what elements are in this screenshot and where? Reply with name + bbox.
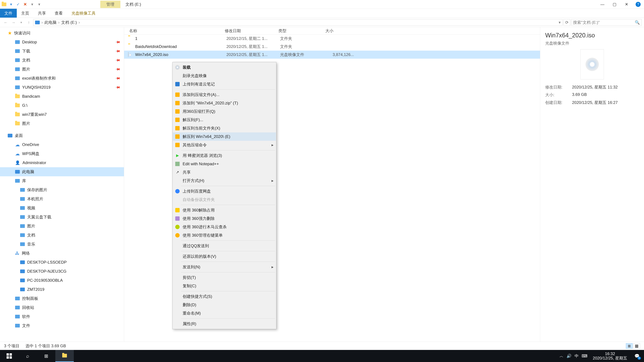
menu-item[interactable]: 复制(C) — [173, 282, 276, 290]
tree-item[interactable]: 👤Administrator — [0, 158, 124, 167]
tree-quick-access[interactable]: ★ 快速访问 — [0, 28, 124, 37]
up-button[interactable]: ↑ — [26, 19, 32, 26]
tree-item[interactable]: 回收站 — [0, 303, 124, 312]
breadcrumb-folder[interactable]: 文档 (E:) — [61, 20, 77, 25]
menu-item[interactable]: 上传到有道云笔记 — [173, 80, 276, 88]
tab-file[interactable]: 文件 — [0, 9, 17, 17]
tree-item[interactable]: PC-20190530OBLA — [0, 276, 124, 285]
tree-item[interactable]: 天翼云盘下载 — [0, 213, 124, 222]
file-row[interactable]: Win7x64_2020.iso 2020/12/25, 星期五 1... 光盘… — [124, 51, 540, 59]
close-doc-icon[interactable]: ✕ — [23, 2, 28, 7]
menu-item[interactable]: 使用 360进行木马云查杀 — [173, 223, 276, 231]
breadcrumb[interactable]: › 此电脑 › 文档 (E:) › ▾ — [33, 19, 562, 26]
col-size[interactable]: 大小 — [325, 28, 356, 33]
menu-item[interactable]: 还原以前的版本(V) — [173, 252, 276, 261]
search-icon[interactable]: 🔍 — [635, 20, 640, 25]
explorer-taskbar-button[interactable] — [55, 350, 74, 362]
tree-item[interactable]: 视频 — [0, 203, 124, 213]
tree-item[interactable]: 音乐 — [0, 240, 124, 249]
recent-dropdown[interactable]: ▾ — [18, 19, 24, 26]
checkmark-icon[interactable]: ✓ — [16, 2, 20, 7]
minimize-button[interactable]: — — [600, 1, 606, 7]
contextual-tab[interactable]: 管理 — [100, 1, 120, 8]
menu-item[interactable]: 发送到(N)▸ — [173, 263, 276, 271]
menu-item[interactable]: 使用 360管理右键菜单 — [173, 231, 276, 240]
search-input[interactable] — [573, 20, 635, 25]
col-date[interactable]: 修改日期 — [225, 28, 278, 33]
breadcrumb-root[interactable]: 此电脑 — [44, 20, 56, 25]
menu-item[interactable]: 上传到百度网盘 — [173, 187, 276, 195]
tree-item[interactable]: 图片 — [0, 222, 124, 231]
tree-item[interactable]: ☁WPS网盘 — [0, 149, 124, 158]
menu-item[interactable]: 剪切(T) — [173, 273, 276, 282]
tree-item[interactable]: G:\ — [0, 101, 124, 110]
back-button[interactable]: ← — [2, 19, 9, 26]
menu-item[interactable]: 使用 360解除占用 — [173, 206, 276, 214]
address-dropdown-icon[interactable]: ▾ — [559, 20, 561, 25]
menu-item[interactable]: ▶用 蜂蜜浏览器 浏览(3) — [173, 151, 276, 160]
tree-item[interactable]: win7重装win7 — [0, 110, 124, 119]
tree-item[interactable]: excel表格制作求和📌 — [0, 74, 124, 83]
menu-item[interactable]: 添加到 "Win7x64_2020.zip" (T) — [173, 99, 276, 107]
help-button[interactable]: ? — [636, 2, 641, 7]
chevron-right-icon[interactable]: › — [57, 20, 60, 25]
menu-item[interactable]: 用360压缩打开(Q) — [173, 107, 276, 116]
file-row[interactable]: 1 2020/12/15, 星期二 1... 文件夹 — [124, 34, 540, 42]
menu-item[interactable]: 刻录光盘映像 — [173, 71, 276, 80]
tree-item[interactable]: 本机照片 — [0, 194, 124, 203]
tree-network[interactable]: 🖧 网络 — [0, 249, 124, 258]
search-box[interactable]: 🔍 — [571, 19, 642, 26]
tab-share[interactable]: 共享 — [34, 9, 50, 17]
refresh-button[interactable]: ⟳ — [564, 19, 570, 26]
menu-item[interactable]: 删除(D) — [173, 301, 276, 309]
tree-item[interactable]: 此电脑 — [0, 167, 124, 176]
menu-item[interactable]: Edit with Notepad++ — [173, 160, 276, 168]
volume-icon[interactable]: 🔊 — [566, 354, 572, 358]
start-button[interactable] — [0, 350, 18, 362]
tree-item[interactable]: 保存的图片 — [0, 185, 124, 194]
menu-item[interactable]: 打开方式(H)▸ — [173, 176, 276, 185]
task-view-button[interactable]: ⊞ — [37, 350, 55, 362]
chevron-right-icon[interactable]: › — [40, 20, 44, 25]
dropdown-icon[interactable]: ▾ — [30, 2, 34, 7]
tree-item[interactable]: ☁OneDrive — [0, 140, 124, 149]
menu-item[interactable]: 添加到压缩文件(A)... — [173, 90, 276, 99]
col-name[interactable]: 名称 — [124, 28, 225, 33]
search-button[interactable]: ⌕ — [18, 350, 37, 362]
notification-button[interactable]: 💬 3 — [632, 352, 641, 360]
tray-chevron-icon[interactable]: ︿ — [560, 353, 564, 359]
tree-item[interactable]: Bandicam — [0, 92, 124, 101]
menu-item[interactable]: 重命名(M) — [173, 309, 276, 318]
tab-disc-tools[interactable]: 光盘映像工具 — [67, 9, 100, 17]
tree-item[interactable]: Desktop📌 — [0, 37, 124, 46]
forward-button[interactable]: → — [10, 19, 17, 26]
menu-item[interactable]: 解压到(F)... — [173, 116, 276, 124]
maximize-button[interactable]: ▢ — [612, 1, 618, 7]
tree-item[interactable]: 下载📌 — [0, 46, 124, 56]
file-row[interactable]: BaiduNetdiskDownload 2020/12/25, 星期五 1..… — [124, 42, 540, 51]
tree-item[interactable]: 库 — [0, 176, 124, 185]
tree-desktop[interactable]: 桌面 — [0, 131, 124, 140]
col-type[interactable]: 类型 — [278, 28, 325, 33]
view-icons-button[interactable]: ▦ — [633, 343, 640, 349]
tree-item[interactable]: 软件 — [0, 312, 124, 321]
tree-item[interactable]: 文件 — [0, 321, 124, 330]
menu-item[interactable]: 装载 — [173, 63, 276, 71]
menu-item[interactable]: 使用 360强力删除 — [173, 214, 276, 223]
view-details-button[interactable]: ≣ — [626, 343, 632, 349]
tree-item[interactable]: 图片 — [0, 119, 124, 128]
ime-indicator[interactable]: 中 — [574, 353, 578, 359]
tree-item[interactable]: ZMT2019 — [0, 285, 124, 294]
tree-item[interactable]: DESKTOP-LSSOEDP — [0, 258, 124, 267]
tree-item[interactable]: YUNQISHI2019📌 — [0, 83, 124, 92]
menu-item[interactable]: 其他压缩命令▸ — [173, 141, 276, 149]
keyboard-icon[interactable]: ⌨ — [582, 354, 588, 358]
menu-item[interactable]: 通过QQ发送到 — [173, 242, 276, 250]
menu-item[interactable]: 属性(R) — [173, 320, 276, 328]
chevron-right-icon[interactable]: › — [78, 20, 81, 25]
clock[interactable]: 16:32 2020/12/25, 星期五 — [590, 352, 630, 360]
tree-item[interactable]: DESKTOP-NJEU3CG — [0, 267, 124, 276]
close-button[interactable]: ✕ — [624, 1, 630, 7]
save-icon[interactable]: ▾ — [9, 2, 14, 7]
menu-item[interactable]: 解压到当前文件夹(X) — [173, 124, 276, 132]
